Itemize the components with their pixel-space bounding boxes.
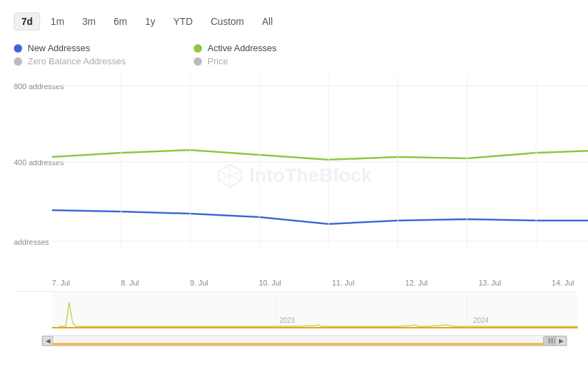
- scrollbar-track: [53, 343, 555, 346]
- legend-dot: [194, 44, 202, 53]
- time-btn-1m[interactable]: 1m: [43, 12, 71, 30]
- chart-area: IntoTheBlock 800 addresses 400 addresses…: [14, 75, 574, 392]
- legend-item: Price: [194, 56, 360, 66]
- legend-dot: [14, 44, 22, 53]
- scroll-left-button[interactable]: ◀: [42, 336, 53, 346]
- x-axis-label: 8. Jul: [121, 279, 139, 287]
- x-axis-label: 12. Jul: [405, 279, 428, 287]
- svg-rect-22: [554, 338, 555, 344]
- time-btn-all[interactable]: All: [255, 12, 281, 30]
- legend-label: New Addresses: [28, 43, 90, 53]
- x-axis-label: 14. Jul: [552, 279, 574, 287]
- time-btn-6m[interactable]: 6m: [106, 12, 134, 30]
- chart-svg: [52, 75, 588, 259]
- x-axis-label: 7. Jul: [52, 279, 70, 287]
- legend-item: Active Addresses: [194, 43, 360, 53]
- x-axis-labels: 7. Jul8. Jul9. Jul10. Jul11. Jul12. Jul1…: [14, 276, 574, 290]
- time-btn-7d[interactable]: 7d: [14, 12, 40, 30]
- legend-label: Active Addresses: [208, 43, 277, 53]
- scroll-right-button[interactable]: ▶: [555, 336, 567, 346]
- svg-rect-21: [551, 338, 553, 344]
- legend-label: Price: [208, 56, 228, 66]
- time-btn-1y[interactable]: 1y: [138, 12, 163, 30]
- legend-label: Zero Balance Addresses: [28, 56, 126, 66]
- legend-item: Zero Balance Addresses: [14, 56, 180, 66]
- time-btn-ytd[interactable]: YTD: [166, 12, 201, 30]
- time-btn-custom[interactable]: Custom: [203, 12, 252, 30]
- x-axis-label: 11. Jul: [332, 279, 354, 287]
- legend-dot: [194, 57, 202, 66]
- legend-item: New Addresses: [14, 43, 180, 53]
- main-chart: IntoTheBlock 800 addresses 400 addresses…: [14, 75, 574, 276]
- scrollbar[interactable]: ◀ ▶: [42, 335, 567, 346]
- y-label-0: addresses: [14, 238, 49, 246]
- main-container: 7d1m3m6m1yYTDCustomAll New AddressesActi…: [0, 0, 588, 392]
- svg-rect-14: [52, 292, 578, 330]
- svg-rect-20: [549, 338, 550, 344]
- legend-dot: [14, 57, 22, 66]
- x-axis-label: 10. Jul: [259, 279, 281, 287]
- chart-legend: New AddressesActive AddressesZero Balanc…: [14, 36, 360, 72]
- mini-chart-svg: 2023 2024: [52, 292, 578, 330]
- time-btn-3m[interactable]: 3m: [75, 12, 103, 30]
- x-axis-label: 9. Jul: [190, 279, 208, 287]
- time-range-toolbar: 7d1m3m6m1yYTDCustomAll: [14, 7, 574, 36]
- svg-text:2024: 2024: [473, 317, 489, 324]
- x-axis-label: 13. Jul: [479, 279, 501, 287]
- svg-text:2023: 2023: [279, 317, 295, 324]
- mini-chart: 2023 2024 ◀ ▶: [14, 291, 574, 346]
